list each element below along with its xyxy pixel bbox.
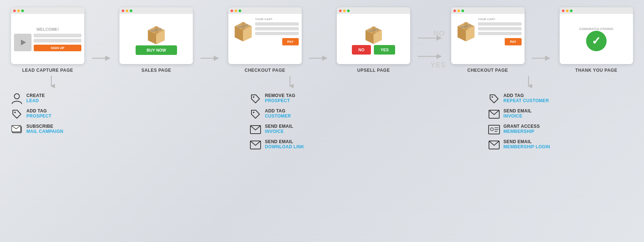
page-checkout2: FRAGILE YOUR CART PAY CHECKOUT PAGE (451, 7, 525, 73)
form-line-1 (34, 34, 81, 37)
action-text-remove-tag: REMOVE TAG PROSPECT (265, 93, 295, 104)
check-icon: ✓ (592, 36, 601, 46)
cart-label-1: YOUR CART (255, 18, 299, 21)
no-button[interactable]: NO (352, 45, 371, 55)
svg-point-28 (14, 112, 16, 113)
tag-icon-3 (250, 108, 261, 120)
window-sales: FRAGILE BUY NOW (119, 7, 193, 64)
dot-red-4 (339, 10, 342, 12)
arrow-3 (309, 55, 329, 73)
action-text-send-email-invoice-2: SEND EMAIL INVOICE (504, 108, 532, 119)
lead-capture-label: LEAD CAPTURE PAGE (22, 68, 73, 73)
check-circle: ✓ (586, 31, 607, 51)
dot-green (21, 10, 24, 12)
checkout-package-area: FRAGILE (231, 18, 255, 45)
send-email-subtitle-3: INVOICE (504, 113, 532, 119)
upsell-spacer (372, 76, 446, 151)
titlebar-sales (119, 7, 193, 14)
action-add-tag-prospect: ADD TAG PROSPECT (11, 108, 92, 120)
send-email-subtitle-1: INVOICE (265, 129, 293, 134)
checkout1-label: CHECKOUT PAGE (244, 68, 285, 73)
action-send-email-invoice-2: SEND EMAIL INVOICE (488, 108, 569, 120)
tag-icon-1 (11, 108, 23, 120)
window-lead-capture: WELCOME! SIGN UP (11, 7, 84, 64)
action-text-send-email-membership: SEND EMAIL MEMBERSHIP LOGIN (504, 139, 550, 150)
upsell-label: UPSELL PAGE (357, 68, 390, 73)
mail-icon-2 (250, 139, 261, 151)
lead-form: SIGN UP (34, 34, 81, 51)
id-card-icon (488, 124, 500, 135)
buy-now-button[interactable]: BUY NOW (136, 45, 177, 55)
pay-button-2[interactable]: PAY (505, 38, 521, 45)
action-text-subscribe: SUBSCRIBE MAIL CAMPAIGN (26, 124, 63, 134)
dot-green-5 (461, 10, 464, 12)
mail-icon-4 (488, 139, 500, 151)
action-text-add-tag-customer: ADD TAG CUSTOMER (265, 108, 291, 119)
lead-actions-area: CREATE LEAD ADD TAG PROSPECT (11, 76, 92, 151)
pay-button-1[interactable]: PAY (282, 38, 299, 45)
yes-button[interactable]: YES (374, 45, 395, 55)
action-remove-tag-prospect: REMOVE TAG PROSPECT (250, 93, 330, 105)
checkout1-action-group: REMOVE TAG PROSPECT ADD TAG CUSTOMER (250, 93, 330, 151)
subscribe-subtitle: MAIL CAMPAIGN (26, 129, 63, 134)
titlebar-checkout2 (451, 7, 525, 14)
lead-image (14, 34, 32, 51)
signup-button[interactable]: SIGN UP (34, 45, 81, 51)
checkout2-action-group: ADD TAG REPEAT CUSTOMER SEND EMAIL IN (488, 93, 569, 151)
dot-green-6 (570, 10, 573, 12)
arrow-2 (200, 55, 221, 73)
diagram-container: WELCOME! SIGN UP LEAD CAPTURE PAGE (0, 0, 644, 242)
action-add-tag-customer: ADD TAG CUSTOMER (250, 108, 330, 120)
window-upsell: FRAGILE NO YES (337, 7, 410, 64)
thankyou-spacer (611, 76, 633, 151)
action-add-tag-repeat: ADD TAG REPEAT CUSTOMER (488, 93, 569, 105)
page-sales: FRAGILE BUY NOW SALES PAGE (119, 7, 193, 73)
dot-green-2 (130, 10, 132, 12)
send-email-title-1: SEND EMAIL (265, 124, 293, 129)
checkout2-line-3 (478, 32, 522, 35)
action-text-add-tag-repeat: ADD TAG REPEAT CUSTOMER (504, 93, 549, 104)
checkout1-actions-area: REMOVE TAG PROSPECT ADD TAG CUSTOMER (250, 76, 330, 151)
remove-tag-subtitle: PROSPECT (265, 98, 295, 103)
add-tag-title-1: ADD TAG (26, 108, 51, 113)
action-text-grant-access: GRANT ACCESS MEMBERSHIP (504, 124, 540, 134)
yes-label: YES (430, 61, 446, 69)
send-email-title-2: SEND EMAIL (265, 139, 304, 144)
package-icon-checkout1: FRAGILE (231, 18, 255, 43)
checkout-line-3 (255, 32, 299, 35)
dot-red-5 (453, 10, 456, 12)
dot-yellow (17, 10, 20, 12)
arrow-1 (92, 55, 112, 73)
dot-red-6 (562, 10, 564, 12)
action-subscribe-mail: SUBSCRIBE MAIL CAMPAIGN (11, 124, 92, 135)
dot-yellow-5 (457, 10, 460, 12)
play-icon (21, 40, 26, 45)
dot-yellow-6 (566, 10, 568, 12)
checkout-line-1 (255, 22, 299, 26)
send-email-title-3: SEND EMAIL (504, 108, 532, 113)
send-email-title-4: SEND EMAIL (504, 139, 550, 144)
dot-yellow-4 (343, 10, 346, 12)
lead-action-group: CREATE LEAD ADD TAG PROSPECT (11, 93, 92, 135)
tag-icon-4 (488, 93, 500, 105)
person-icon (11, 93, 23, 105)
action-text-create-lead: CREATE LEAD (26, 93, 45, 104)
send-email-subtitle-4: MEMBERSHIP LOGIN (504, 144, 550, 149)
thankyou-label: THANK YOU PAGE (575, 68, 618, 73)
add-tag-title-3: ADD TAG (504, 93, 549, 98)
lead-content: WELCOME! SIGN UP (11, 14, 84, 64)
down-arrow-lead (48, 76, 55, 90)
dot-green-4 (347, 10, 350, 12)
grant-access-title: GRANT ACCESS (504, 124, 540, 129)
grant-access-subtitle: MEMBERSHIP (504, 129, 540, 134)
svg-point-32 (253, 96, 254, 98)
remove-tag-title: REMOVE TAG (265, 93, 295, 98)
checkout-line-2 (255, 27, 299, 30)
sales-label: SALES PAGE (141, 68, 171, 73)
add-tag-subtitle-1: PROSPECT (26, 113, 51, 119)
send-email-subtitle-2: DOWNLOAD LINK (265, 144, 304, 149)
down-arrow-checkout2 (525, 76, 532, 90)
tag-icon-2 (250, 93, 261, 105)
lead-body: SIGN UP (14, 34, 81, 51)
titlebar-thankyou (560, 7, 633, 14)
